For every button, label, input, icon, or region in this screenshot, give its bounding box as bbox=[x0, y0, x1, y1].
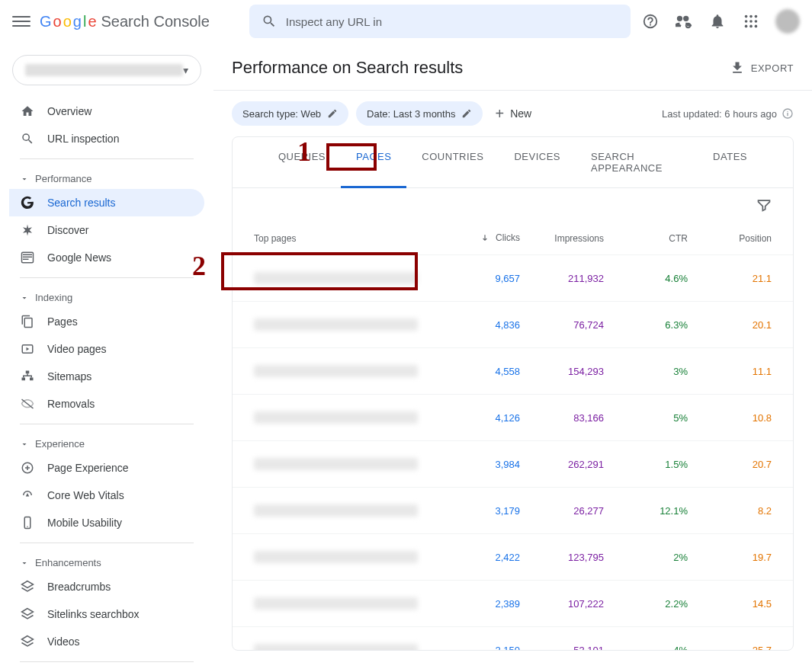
redacted-page-url bbox=[254, 318, 418, 331]
sidebar: ▾ Overview URL inspection Performance Se… bbox=[0, 43, 213, 669]
sidebar-item-search-results[interactable]: Search results bbox=[9, 189, 204, 216]
col-header-ctr[interactable]: CTR bbox=[604, 233, 688, 244]
sidebar-item-google-news[interactable]: Google News bbox=[9, 244, 204, 271]
cell-impressions: 26,277 bbox=[520, 505, 604, 517]
sidebar-item-discover[interactable]: Discover bbox=[9, 216, 204, 244]
sidebar-item-sitemaps[interactable]: Sitemaps bbox=[9, 363, 204, 390]
topbar: Google Search Console Inspect any URL in bbox=[0, 0, 812, 43]
redacted-page-url bbox=[254, 597, 418, 610]
info-icon[interactable] bbox=[782, 107, 794, 120]
table-row[interactable]: 4,83676,7246.3%20.1 bbox=[233, 302, 793, 348]
users-icon[interactable] bbox=[675, 12, 693, 30]
search-icon bbox=[20, 131, 35, 146]
redacted-page-url bbox=[254, 365, 418, 377]
sidebar-item-pages[interactable]: Pages bbox=[9, 308, 204, 335]
filter-icon[interactable] bbox=[756, 197, 772, 213]
tab-countries[interactable]: COUNTRIES bbox=[406, 137, 499, 187]
svg-point-3 bbox=[755, 15, 758, 18]
table-header: Top pages Clicks Impressions CTR Positio… bbox=[233, 222, 793, 255]
filter-date[interactable]: Date: Last 3 months bbox=[356, 101, 483, 126]
plus-icon: + bbox=[495, 105, 504, 123]
export-button[interactable]: EXPORT bbox=[730, 60, 794, 75]
col-header-impressions[interactable]: Impressions bbox=[520, 233, 604, 244]
home-icon bbox=[20, 104, 35, 119]
logo[interactable]: Google Search Console bbox=[40, 13, 210, 30]
results-table: Top pages Clicks Impressions CTR Positio… bbox=[233, 222, 793, 650]
avatar[interactable] bbox=[775, 9, 800, 34]
sidebar-item-videos[interactable]: Videos bbox=[9, 628, 204, 655]
cell-position: 21.1 bbox=[688, 273, 772, 284]
table-row[interactable]: 3,984262,2911.5%20.7 bbox=[233, 441, 793, 488]
cell-ctr: 2.2% bbox=[604, 598, 688, 610]
main-content: Performance on Search results EXPORT Sea… bbox=[213, 43, 812, 669]
menu-icon[interactable] bbox=[12, 12, 30, 30]
sidebar-item-overview[interactable]: Overview bbox=[9, 98, 204, 125]
cell-position: 11.1 bbox=[688, 366, 772, 377]
cell-position: 20.7 bbox=[688, 459, 772, 470]
sidebar-item-page-experience[interactable]: Page Experience bbox=[9, 454, 204, 482]
sidebar-item-sitelinks[interactable]: Sitelinks searchbox bbox=[9, 600, 204, 628]
redacted-page-url bbox=[254, 458, 418, 470]
svg-rect-14 bbox=[30, 378, 34, 381]
cell-ctr: 1.5% bbox=[604, 459, 688, 470]
chevron-down-icon: ▾ bbox=[183, 64, 188, 76]
tab-devices[interactable]: DEVICES bbox=[499, 137, 576, 187]
plus-circle-icon bbox=[20, 460, 35, 475]
col-header-clicks[interactable]: Clicks bbox=[436, 232, 520, 244]
bell-icon[interactable] bbox=[708, 12, 727, 30]
redacted-page-url bbox=[254, 644, 418, 650]
redacted-page-url bbox=[254, 551, 418, 563]
gauge-icon bbox=[20, 488, 35, 503]
filter-new[interactable]: + New bbox=[495, 105, 531, 123]
cell-clicks: 2,389 bbox=[436, 598, 520, 610]
svg-point-4 bbox=[745, 20, 748, 23]
sidebar-item-core-web-vitals[interactable]: Core Web Vitals bbox=[9, 482, 204, 509]
sidebar-section-experience[interactable]: Experience bbox=[9, 431, 204, 454]
table-row[interactable]: 4,12683,1665%10.8 bbox=[233, 395, 793, 441]
url-inspect-search[interactable]: Inspect any URL in bbox=[249, 5, 631, 38]
cell-ctr: 2% bbox=[604, 552, 688, 563]
sidebar-item-video-pages[interactable]: Video pages bbox=[9, 335, 204, 363]
phone-icon bbox=[20, 515, 35, 530]
table-row[interactable]: 4,558154,2933%11.1 bbox=[233, 348, 793, 395]
tab-search-appearance[interactable]: SEARCH APPEARANCE bbox=[576, 137, 698, 187]
table-row[interactable]: 3,17926,27712.1%8.2 bbox=[233, 488, 793, 534]
sidebar-section-indexing[interactable]: Indexing bbox=[9, 284, 204, 308]
apps-icon[interactable] bbox=[742, 12, 760, 30]
svg-point-5 bbox=[749, 20, 753, 23]
help-icon[interactable] bbox=[641, 12, 660, 30]
table-row[interactable]: 2,422123,7952%19.7 bbox=[233, 534, 793, 581]
tab-dates[interactable]: DATES bbox=[698, 137, 762, 187]
sidebar-item-breadcrumbs[interactable]: Breadcrumbs bbox=[9, 573, 204, 600]
sidebar-item-url-inspection[interactable]: URL inspection bbox=[9, 125, 204, 152]
property-selector[interactable]: ▾ bbox=[12, 55, 201, 85]
pencil-icon bbox=[461, 108, 472, 119]
sidebar-item-removals[interactable]: Removals bbox=[9, 390, 204, 418]
table-row[interactable]: 2,389107,2222.2%14.5 bbox=[233, 581, 793, 627]
cell-position: 10.8 bbox=[688, 412, 772, 424]
cell-ctr: 3% bbox=[604, 366, 688, 377]
cell-clicks: 4,126 bbox=[436, 412, 520, 424]
cell-ctr: 6.3% bbox=[604, 319, 688, 331]
pencil-icon bbox=[327, 108, 338, 119]
cell-clicks: 2,422 bbox=[436, 552, 520, 563]
tab-queries[interactable]: QUERIES bbox=[263, 137, 341, 187]
sidebar-section-enhancements[interactable]: Enhancements bbox=[9, 549, 204, 573]
col-header-position[interactable]: Position bbox=[688, 233, 772, 244]
sidebar-section-performance[interactable]: Performance bbox=[9, 165, 204, 189]
redacted-page-url bbox=[254, 504, 418, 517]
svg-point-9 bbox=[755, 25, 758, 28]
sidebar-item-mobile-usability[interactable]: Mobile Usability bbox=[9, 509, 204, 536]
filter-search-type[interactable]: Search type: Web bbox=[232, 101, 348, 126]
cell-position: 14.5 bbox=[688, 598, 772, 610]
cell-impressions: 107,222 bbox=[520, 598, 604, 610]
chevron-down-icon bbox=[20, 293, 29, 302]
svg-point-8 bbox=[749, 25, 753, 28]
table-row[interactable]: 9,657211,9324.6%21.1 bbox=[233, 255, 793, 302]
table-row[interactable]: 2,15053,1014%25.7 bbox=[233, 627, 793, 650]
tab-pages[interactable]: PAGES bbox=[341, 137, 406, 187]
redacted-page-url bbox=[254, 411, 418, 424]
cell-ctr: 5% bbox=[604, 412, 688, 424]
cell-clicks: 4,836 bbox=[436, 319, 520, 331]
col-header-page[interactable]: Top pages bbox=[254, 233, 436, 244]
